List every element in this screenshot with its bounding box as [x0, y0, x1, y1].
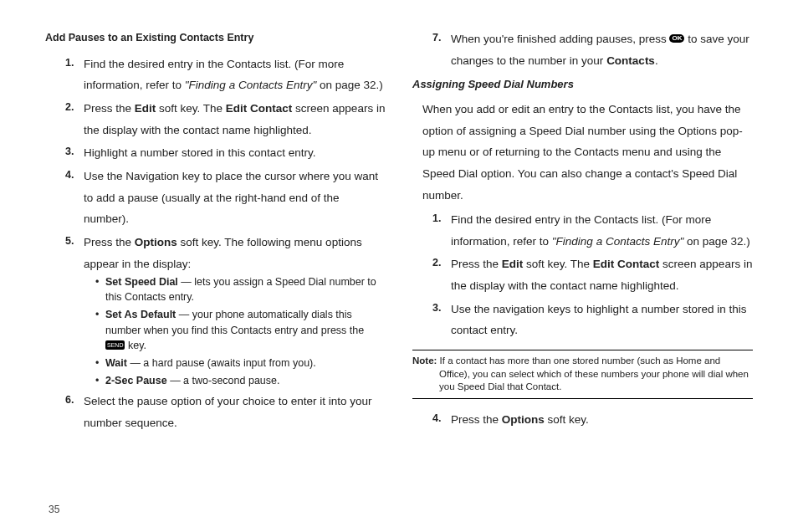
intro-paragraph: When you add or edit an entry to the Con… [412, 99, 753, 206]
send-key-icon: SEND [105, 340, 125, 350]
bullet-item: Set As Default — your phone automaticall… [95, 307, 386, 352]
ok-key-icon: OK [669, 34, 684, 43]
step-1: 1. Find the desired entry in the Contact… [65, 54, 386, 96]
bullet-item: Set Speed Dial — lets you assign a Speed… [95, 274, 386, 304]
step-text: . [655, 54, 658, 67]
step-6: 6. Select the pause option of your choic… [65, 391, 386, 433]
step-text: soft key. The [523, 258, 593, 270]
softkey-label: Edit [135, 102, 156, 115]
step-1: 1. Find the desired entry in the Contact… [432, 209, 753, 252]
note-text: If a contact has more than one stored nu… [437, 356, 749, 391]
step-text: Press the [84, 236, 135, 248]
step-number: 5. [65, 232, 74, 252]
step-number: 2. [65, 98, 74, 118]
page-columns: Add Pauses to an Existing Contacts Entry… [45, 28, 753, 480]
step-text: Use the navigation keys to highlight a n… [451, 303, 746, 337]
bullet-item: 2-Sec Pause — a two-second pause. [95, 373, 386, 388]
option-desc: — a two-second pause. [167, 375, 280, 386]
steps-list-right-2: 4. Press the Options soft key. [412, 409, 753, 431]
reference-link: "Finding a Contacts Entry" [185, 79, 316, 91]
step-number: 1. [432, 209, 441, 229]
step-number: 3. [65, 142, 74, 162]
step-text: When you're finished adding pauses, pres… [451, 33, 669, 45]
options-bullets: Set Speed Dial — lets you assign a Speed… [84, 274, 386, 388]
step-5: 5. Press the Options soft key. The follo… [65, 232, 386, 388]
step-text: Select the pause option of your choice t… [84, 395, 371, 429]
step-text: Press the [84, 102, 135, 115]
step-text: Highlight a number stored in this contac… [84, 146, 315, 159]
softkey-label: Options [135, 236, 177, 248]
step-text: on page 32.) [683, 235, 750, 248]
menu-name: Contacts [606, 54, 655, 67]
step-4: 4. Press the Options soft key. [432, 409, 753, 431]
step-4: 4. Use the Navigation key to place the c… [65, 166, 386, 230]
steps-list-right: 1. Find the desired entry in the Contact… [412, 209, 753, 341]
left-column: Add Pauses to an Existing Contacts Entry… [45, 28, 386, 480]
step-2: 2. Press the Edit soft key. The Edit Con… [65, 98, 386, 141]
subsection-heading: Assigning Speed Dial Numbers [412, 74, 753, 95]
option-name: Set Speed Dial [105, 276, 178, 288]
note-block: Note: If a contact has more than one sto… [412, 350, 753, 399]
section-heading: Add Pauses to an Existing Contacts Entry [45, 28, 386, 49]
option-name: 2-Sec Pause [105, 375, 167, 386]
bullet-item: Wait — a hard pause (awaits input from y… [95, 356, 386, 371]
step-number: 6. [65, 391, 74, 411]
softkey-label: Options [502, 413, 545, 426]
step-7: 7. When you're finished adding pauses, p… [432, 28, 753, 71]
note-label: Note: [412, 356, 437, 366]
step-number: 1. [65, 54, 74, 74]
screen-name: Edit Contact [593, 258, 660, 270]
right-column: 7. When you're finished adding pauses, p… [412, 28, 753, 480]
page-number: 35 [49, 504, 59, 515]
note-body: Note: If a contact has more than one sto… [412, 355, 753, 394]
step-text: Use the Navigation key to place the curs… [84, 170, 378, 225]
step-text: soft key. [545, 413, 589, 426]
steps-list-left: 1. Find the desired entry in the Contact… [45, 54, 386, 434]
step-3: 3. Use the navigation keys to highlight … [432, 299, 753, 341]
step-number: 4. [65, 166, 74, 186]
step-number: 2. [432, 253, 441, 274]
step-text: Press the [451, 258, 502, 270]
softkey-label: Edit [502, 258, 524, 270]
step-text: Press the [451, 413, 502, 426]
step-number: 4. [432, 409, 441, 429]
option-name: Wait [105, 357, 127, 369]
option-name: Set As Default [105, 309, 176, 320]
screen-name: Edit Contact [226, 102, 293, 115]
step-number: 7. [432, 28, 441, 49]
reference-link: "Finding a Contacts Entry" [552, 235, 683, 248]
step-number: 3. [432, 299, 441, 319]
steps-list-right-cont: 7. When you're finished adding pauses, p… [412, 28, 753, 71]
step-text: soft key. The [156, 102, 226, 115]
step-text: on page 32.) [316, 79, 383, 91]
option-desc: key. [125, 340, 146, 351]
step-2: 2. Press the Edit soft key. The Edit Con… [432, 253, 753, 296]
step-3: 3. Highlight a number stored in this con… [65, 142, 386, 164]
option-desc: — a hard pause (awaits input from you). [127, 357, 316, 369]
